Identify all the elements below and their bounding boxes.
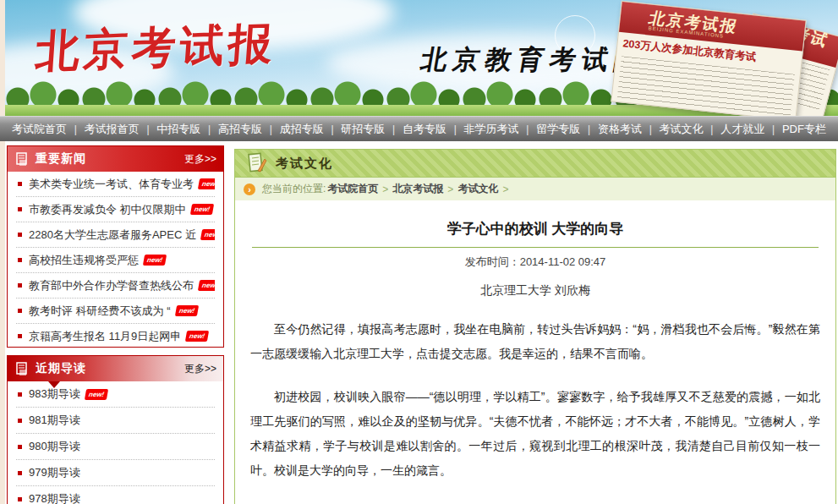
bullet-icon xyxy=(18,497,22,501)
important-news-panel: 重要新闻 更多>> 美术类专业统一考试、体育专业考 new! 市教委再发减负令 … xyxy=(7,145,224,348)
section-title: 考试文化 xyxy=(276,156,333,172)
bullet-icon xyxy=(18,182,22,186)
breadcrumb-link-culture[interactable]: 考试文化 xyxy=(457,182,498,196)
recent-reading-panel: 近期导读 更多>> 983期导读 new! 981期导读 980期导读 979期… xyxy=(7,355,224,504)
nav-item-paper-home[interactable]: 考试报首页 xyxy=(85,122,140,137)
news-item-text: 美术类专业统一考试、体育专业考 xyxy=(29,177,194,192)
nav-divider: | xyxy=(526,123,529,135)
nav-divider: | xyxy=(649,123,652,135)
news-list-item[interactable]: 市教委再发减负令 初中仅限期中 new! xyxy=(16,197,215,222)
nav-item-yanzhao[interactable]: 研招专版 xyxy=(341,122,385,137)
reading-list-item[interactable]: 981期导读 xyxy=(16,408,215,434)
breadcrumb-separator: > xyxy=(382,184,388,195)
reading-item-text: 980期导读 xyxy=(29,439,80,454)
bullet-icon xyxy=(18,207,22,211)
reading-item-text: 978期导读 xyxy=(29,491,80,504)
breadcrumb-separator: > xyxy=(502,184,508,195)
publish-time-label: 发布时间： xyxy=(465,255,520,268)
news-list-item[interactable]: 教考时评 科研经费不该成为 “ new! xyxy=(16,299,215,324)
nav-item-zhongzhao[interactable]: 中招专版 xyxy=(156,122,200,137)
bullet-icon xyxy=(18,283,22,288)
nav-item-chengzhao[interactable]: 成招专版 xyxy=(280,122,324,137)
newspaper-image-front: 北京考试报 BEIJING EXAMINATIONS 203万人次参加北京教育考… xyxy=(611,1,806,116)
nav-divider: | xyxy=(74,123,77,135)
nav-divider: | xyxy=(392,123,395,135)
news-item-text: 市教委再发减负令 初中仅限期中 xyxy=(29,202,186,217)
important-news-more-link[interactable]: 更多>> xyxy=(184,152,216,167)
news-list-item[interactable]: 教育部中外合作办学督查热线公布 new! xyxy=(16,273,215,299)
nav-item-exam-authority-home[interactable]: 考试院首页 xyxy=(12,122,67,137)
document-icon xyxy=(16,362,29,376)
reading-list-item[interactable]: 983期导读 new! xyxy=(16,381,215,408)
new-badge: new! xyxy=(198,178,215,189)
article-paragraph: 初进校园，校训映入眼帘——“德以明理，学以精工”。寥寥数字，给予我雄厚又不乏慈爱… xyxy=(250,385,820,483)
nav-item-zikao[interactable]: 自考专版 xyxy=(403,122,446,137)
news-list-item[interactable]: 美术类专业统一考试、体育专业考 new! xyxy=(16,172,215,197)
important-news-header: 重要新闻 更多>> xyxy=(8,146,223,172)
recent-reading-title: 近期导读 xyxy=(36,361,184,376)
article: 学子心中的校训 大学的向导 发布时间：2014-11-02 09:47 北京理工… xyxy=(234,200,836,504)
nav-divider: | xyxy=(454,123,457,135)
reading-list-item[interactable]: 978期导读 xyxy=(16,486,215,504)
news-list-item[interactable]: 2280名大学生志愿者服务APEC 近 new! xyxy=(16,222,215,248)
publish-time-value: 2014-11-02 09:47 xyxy=(520,255,606,268)
nav-divider: | xyxy=(710,123,713,135)
important-news-list: 美术类专业统一考试、体育专业考 new! 市教委再发减负令 初中仅限期中 new… xyxy=(8,172,223,348)
nav-item-exam-culture[interactable]: 考试文化 xyxy=(660,122,704,137)
nav-divider: | xyxy=(588,123,590,135)
nav-item-careers[interactable]: 人才就业 xyxy=(720,122,764,137)
breadcrumb-arrow-icon: › xyxy=(244,184,255,195)
nav-divider: | xyxy=(772,123,775,135)
news-item-text: 2280名大学生志愿者服务APEC 近 xyxy=(29,227,196,243)
new-badge: new! xyxy=(198,280,215,291)
reading-list-item[interactable]: 980期导读 xyxy=(16,434,215,460)
bullet-icon xyxy=(18,419,22,423)
nav-item-pdf[interactable]: PDF专栏 xyxy=(782,122,826,137)
bullet-icon xyxy=(18,392,22,397)
site-banner: 北京考试报 北京教育考试院主办 北京考试报 北京考试报 BEIJING EXAM… xyxy=(5,0,838,116)
article-author: 北京理工大学 刘欣梅 xyxy=(250,283,820,299)
bullet-icon xyxy=(18,334,22,338)
section-header: 考试文化 xyxy=(234,149,836,178)
news-item-text: 教考时评 科研经费不该成为 “ xyxy=(29,304,171,319)
recent-reading-header: 近期导读 更多>> xyxy=(8,356,223,381)
bullet-icon xyxy=(18,233,22,237)
breadcrumb-label: 您当前的位置: xyxy=(262,182,326,196)
new-badge: new! xyxy=(185,331,210,342)
reading-list-item[interactable]: 979期导读 xyxy=(16,460,215,486)
publish-time: 发布时间：2014-11-02 09:47 xyxy=(250,255,820,270)
bullet-icon xyxy=(18,471,22,475)
document-icon xyxy=(16,152,29,167)
nav-divider: | xyxy=(270,123,272,135)
bullet-icon xyxy=(18,445,22,449)
nav-item-qualification[interactable]: 资格考试 xyxy=(598,122,642,137)
important-news-title: 重要新闻 xyxy=(36,151,184,167)
news-item-text: 京籍高考生报名 11月9日起网申 xyxy=(29,329,181,344)
nav-divider: | xyxy=(146,123,149,135)
new-badge: new! xyxy=(174,305,199,316)
news-list-item[interactable]: 京籍高考生报名 11月9日起网申 new! xyxy=(16,324,215,348)
new-badge: new! xyxy=(200,229,215,240)
site-logo: 北京考试报 xyxy=(34,14,279,82)
title-divider xyxy=(252,247,819,248)
nav-divider: | xyxy=(331,123,333,135)
nav-item-study-abroad[interactable]: 留学专版 xyxy=(536,122,580,137)
nav-item-non-academic[interactable]: 非学历考试 xyxy=(464,122,519,137)
reading-item-text: 983期导读 xyxy=(29,386,80,402)
reading-item-text: 981期导读 xyxy=(29,413,80,428)
main-content: 考试文化 › 您当前的位置: 考试院首页 > 北京考试报 > 考试文化 > 学子… xyxy=(234,149,836,504)
breadcrumb: › 您当前的位置: 考试院首页 > 北京考试报 > 考试文化 > xyxy=(234,178,836,200)
main-navigation: 考试院首页 | 考试报首页 | 中招专版 | 高招专版 | 成招专版 | 研招专… xyxy=(0,116,838,141)
recent-reading-more-link[interactable]: 更多>> xyxy=(184,362,216,376)
nav-divider: | xyxy=(208,123,211,135)
new-badge: new! xyxy=(189,204,214,215)
recent-reading-list: 983期导读 new! 981期导读 980期导读 979期导读 978期导读 xyxy=(8,381,223,504)
news-item-text: 高校招生违规将受严惩 xyxy=(29,253,139,268)
breadcrumb-link-home[interactable]: 考试院首页 xyxy=(327,182,378,196)
breadcrumb-link-paper[interactable]: 北京考试报 xyxy=(392,182,443,196)
nav-item-gaozhao[interactable]: 高招专版 xyxy=(218,122,262,137)
new-badge: new! xyxy=(143,255,167,266)
notepad-pencil-icon xyxy=(247,152,267,174)
news-list-item[interactable]: 高校招生违规将受严惩 new! xyxy=(16,248,215,273)
article-title: 学子心中的校训 大学的向导 xyxy=(250,219,820,238)
